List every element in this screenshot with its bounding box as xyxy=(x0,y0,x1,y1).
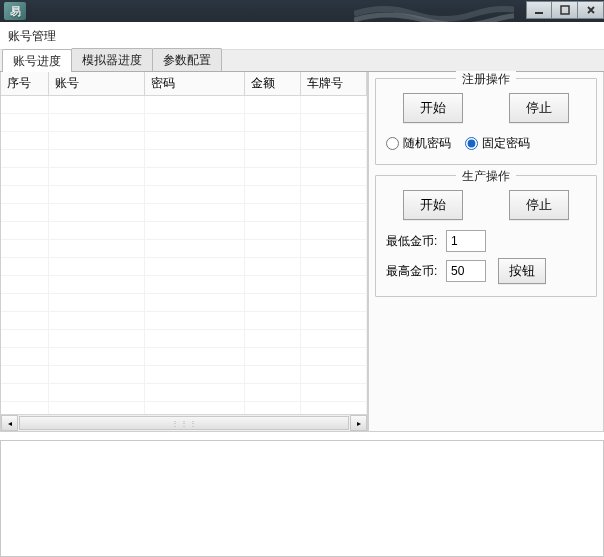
produce-group: 生产操作 开始 停止 最低金币: 最高金币: 按钮 xyxy=(375,175,597,297)
tab-params[interactable]: 参数配置 xyxy=(152,48,222,71)
table-header: 序号 账号 密码 金额 车牌号 xyxy=(1,72,367,96)
table-row xyxy=(1,132,367,150)
random-pwd-text: 随机密码 xyxy=(403,135,451,152)
svg-rect-1 xyxy=(561,6,569,14)
table-row xyxy=(1,312,367,330)
register-group: 注册操作 开始 停止 随机密码 固定密码 xyxy=(375,78,597,165)
table-row xyxy=(1,204,367,222)
col-index[interactable]: 序号 xyxy=(1,72,49,96)
produce-legend: 生产操作 xyxy=(456,168,516,185)
table-body xyxy=(1,96,367,414)
table-row xyxy=(1,222,367,240)
table-row xyxy=(1,366,367,384)
tab-bar: 账号进度 模拟器进度 参数配置 xyxy=(0,50,604,72)
table-row xyxy=(1,168,367,186)
register-start-button[interactable]: 开始 xyxy=(403,93,463,123)
random-pwd-radio[interactable] xyxy=(386,137,399,150)
random-pwd-radio-label[interactable]: 随机密码 xyxy=(386,135,451,152)
table-row xyxy=(1,258,367,276)
table-row xyxy=(1,96,367,114)
table-row xyxy=(1,186,367,204)
table-row xyxy=(1,240,367,258)
table-row xyxy=(1,330,367,348)
fixed-pwd-text: 固定密码 xyxy=(482,135,530,152)
maximize-button[interactable] xyxy=(552,1,578,19)
svg-rect-0 xyxy=(535,12,543,14)
fixed-pwd-radio[interactable] xyxy=(465,137,478,150)
window-controls xyxy=(526,0,604,22)
produce-extra-button[interactable]: 按钮 xyxy=(498,258,546,284)
scroll-right-button[interactable]: ▸ xyxy=(350,415,367,431)
col-amount[interactable]: 金额 xyxy=(245,72,301,96)
account-table: 序号 账号 密码 金额 车牌号 ◂ xyxy=(0,72,368,432)
maximize-icon xyxy=(560,5,570,15)
col-plate[interactable]: 车牌号 xyxy=(301,72,367,96)
log-textarea[interactable] xyxy=(0,440,604,557)
table-row xyxy=(1,384,367,402)
max-gold-input[interactable] xyxy=(446,260,486,282)
min-gold-input[interactable] xyxy=(446,230,486,252)
close-icon xyxy=(586,5,596,15)
scroll-thumb[interactable]: ⋮⋮⋮ xyxy=(19,416,349,430)
app-icon: 易 xyxy=(4,2,26,20)
window-title: 账号管理 xyxy=(0,22,604,50)
tab-emulator-progress[interactable]: 模拟器进度 xyxy=(71,48,153,71)
h-scrollbar[interactable]: ◂ ⋮⋮⋮ ▸ xyxy=(1,414,367,431)
log-panel xyxy=(0,440,604,557)
produce-start-button[interactable]: 开始 xyxy=(403,190,463,220)
produce-stop-button[interactable]: 停止 xyxy=(509,190,569,220)
max-gold-label: 最高金币: xyxy=(386,263,442,280)
titlebar-decoration xyxy=(354,0,514,22)
fixed-pwd-radio-label[interactable]: 固定密码 xyxy=(465,135,530,152)
col-account[interactable]: 账号 xyxy=(49,72,145,96)
register-stop-button[interactable]: 停止 xyxy=(509,93,569,123)
col-password[interactable]: 密码 xyxy=(145,72,245,96)
scroll-left-button[interactable]: ◂ xyxy=(1,415,18,431)
table-row xyxy=(1,114,367,132)
table-row xyxy=(1,276,367,294)
titlebar: 易 xyxy=(0,0,604,22)
table-row xyxy=(1,150,367,168)
minimize-button[interactable] xyxy=(526,1,552,19)
table-row xyxy=(1,348,367,366)
table-row xyxy=(1,294,367,312)
table-row xyxy=(1,402,367,414)
register-legend: 注册操作 xyxy=(456,71,516,88)
min-gold-label: 最低金币: xyxy=(386,233,442,250)
side-panels: 注册操作 开始 停止 随机密码 固定密码 生产操作 开始 停止 xyxy=(368,72,604,432)
tab-account-progress[interactable]: 账号进度 xyxy=(2,49,72,72)
minimize-icon xyxy=(534,5,544,15)
close-button[interactable] xyxy=(578,1,604,19)
